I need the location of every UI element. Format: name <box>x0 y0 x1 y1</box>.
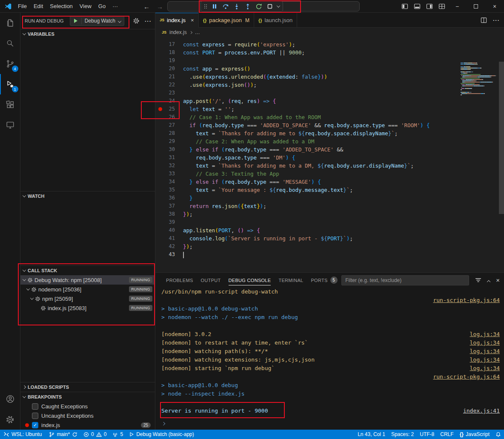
code-editor[interactable]: 17const express = require('express');18c… <box>155 37 504 272</box>
status-eol[interactable]: CRLF <box>437 430 456 439</box>
panel-actions: × <box>475 277 500 284</box>
more-actions-icon[interactable]: ··· <box>145 18 152 24</box>
status-notifications[interactable] <box>493 430 504 439</box>
maximize-button[interactable] <box>467 0 485 13</box>
console-source-link[interactable]: index.js:41 <box>463 407 500 415</box>
breakpoint-checkbox[interactable]: ✓ <box>32 422 38 428</box>
console-source-link[interactable]: run-script-pkg.js:64 <box>433 296 500 305</box>
customize-layout-icon[interactable] <box>435 0 448 13</box>
close-panel-icon[interactable]: × <box>496 277 500 284</box>
back-arrow-icon[interactable]: ← <box>143 3 150 10</box>
breakpoint-checkbox[interactable] <box>32 413 38 419</box>
breakpoint-glyph[interactable] <box>155 105 165 113</box>
step-out-button[interactable] <box>242 2 253 11</box>
editor-scrollbar-thumb[interactable] <box>499 62 504 214</box>
status-language[interactable]: {} JavaScript <box>457 430 493 439</box>
breakpoint-row[interactable]: ✓index.js25 <box>20 420 155 430</box>
restart-button[interactable] <box>253 2 264 11</box>
activity-explorer[interactable] <box>0 13 20 33</box>
tab-package-json[interactable]: {}package.jsonM <box>199 13 254 28</box>
launch-config-dropdown[interactable]: Debug Watch <box>70 16 124 26</box>
activity-settings[interactable] <box>0 409 20 430</box>
panel-tab-debug-console[interactable]: DEBUG CONSOLE <box>225 273 275 288</box>
console-source-link[interactable]: log.js:34 <box>470 356 500 364</box>
call-stack-section-header[interactable]: CALL STACK <box>20 266 155 275</box>
debug-settings-gear-icon[interactable] <box>133 17 140 24</box>
callstack-row[interactable]: Debug Watch: npm [25008]RUNNING <box>20 275 155 285</box>
debug-console[interactable]: /usr/bin/npm run-script debug-watchrun-s… <box>155 288 504 430</box>
titlebar-right: − × <box>398 0 504 13</box>
console-source-link[interactable]: run-script-pkg.js:64 <box>433 373 500 381</box>
status-ports[interactable]: 5 <box>109 430 126 439</box>
breadcrumb[interactable]: JS index.js … <box>155 28 504 37</box>
drag-handle-icon[interactable] <box>202 2 209 11</box>
menu-edit[interactable]: Edit <box>30 2 46 11</box>
split-editor-icon[interactable] <box>481 17 487 23</box>
panel-tab-ports[interactable]: PORTS5 <box>307 273 341 288</box>
console-filter-input[interactable] <box>341 275 469 285</box>
stop-button[interactable] <box>264 2 275 11</box>
forward-arrow-icon[interactable]: → <box>157 3 163 10</box>
breakpoint-checkbox[interactable] <box>32 403 38 410</box>
callstack-row[interactable]: nodemon [25036]RUNNING <box>20 285 155 294</box>
console-prompt-icon[interactable] <box>162 420 165 426</box>
menu-view[interactable]: View <box>76 2 95 11</box>
breakpoint-dot[interactable] <box>158 107 162 111</box>
menu-file[interactable]: File <box>14 2 30 11</box>
menu-more[interactable]: ··· <box>109 2 121 11</box>
activity-accounts[interactable] <box>0 389 20 409</box>
callstack-row[interactable]: index.js [25083]RUNNING <box>20 303 155 313</box>
toggle-panel-icon[interactable] <box>411 0 423 13</box>
minimize-button[interactable]: − <box>448 0 467 13</box>
close-button[interactable]: × <box>485 0 504 13</box>
status-branch[interactable]: main* <box>46 430 80 439</box>
status-debug-session[interactable]: Debug Watch (basic-app) <box>126 430 197 439</box>
breakpoints-section-header[interactable]: BREAKPOINTS <box>20 392 155 402</box>
console-source-link[interactable]: log.js:34 <box>470 364 500 373</box>
breadcrumb-file[interactable]: index.js <box>169 29 187 35</box>
status-remote[interactable]: WSL: Ubuntu <box>0 430 46 439</box>
activity-run-and-debug[interactable]: 1 <box>0 74 20 94</box>
panel-tab-output[interactable]: OUTPUT <box>197 273 225 288</box>
maximize-panel-chevron-icon[interactable] <box>487 277 490 283</box>
filter-icon[interactable] <box>475 277 481 283</box>
activity-search[interactable] <box>0 33 20 54</box>
loaded-scripts-section-header[interactable]: LOADED SCRIPTS <box>20 382 155 392</box>
console-source-link[interactable]: log.js:34 <box>470 347 500 356</box>
more-actions-icon[interactable]: ··· <box>493 17 500 23</box>
panel-tab-terminal[interactable]: TERMINAL <box>275 273 307 288</box>
breakpoint-row[interactable]: Uncaught Exceptions <box>20 411 155 420</box>
step-into-button[interactable] <box>231 2 242 11</box>
pause-button[interactable] <box>209 2 220 11</box>
minimap-line <box>461 68 498 68</box>
step-over-button[interactable] <box>220 2 231 11</box>
status-encoding[interactable]: UTF-8 <box>417 430 437 439</box>
close-icon[interactable]: × <box>191 17 194 23</box>
variables-section-header[interactable]: VARIABLES <box>20 29 155 39</box>
console-source-link[interactable]: log.js:34 <box>470 330 500 339</box>
tab-launch-json[interactable]: {}launch.json <box>254 13 297 28</box>
start-debug-button[interactable] <box>70 19 81 23</box>
callstack-row[interactable]: npm [25059]RUNNING <box>20 294 155 303</box>
chevron-down-icon[interactable] <box>23 277 26 281</box>
chevron-down-icon[interactable] <box>26 287 30 290</box>
toggle-secondary-sidebar-icon[interactable] <box>423 0 435 13</box>
menu-selection[interactable]: Selection <box>46 2 76 11</box>
watch-section-header[interactable]: WATCH <box>20 191 155 201</box>
activity-extensions[interactable] <box>0 94 20 115</box>
status-problems[interactable]: 0 0 <box>80 430 109 439</box>
activity-source-control[interactable]: 4 <box>0 54 20 74</box>
tab-index-js[interactable]: JSindex.js× <box>155 13 199 28</box>
activity-remote-explorer[interactable] <box>0 115 20 135</box>
chevron-down-icon[interactable] <box>30 296 34 299</box>
stop-dropdown-chevron-icon[interactable] <box>275 2 281 11</box>
console-source-link[interactable]: log.js:34 <box>470 339 500 347</box>
status-indentation[interactable]: Spaces: 2 <box>388 430 417 439</box>
panel-tab-problems[interactable]: PROBLEMS <box>162 273 197 288</box>
status-cursor-position[interactable]: Ln 43, Col 1 <box>355 430 388 439</box>
toggle-sidebar-icon[interactable] <box>398 0 411 13</box>
minimap[interactable] <box>461 63 498 97</box>
breadcrumb-symbol[interactable]: … <box>195 29 200 35</box>
breakpoint-row[interactable]: Caught Exceptions <box>20 402 155 411</box>
menu-go[interactable]: Go <box>95 2 109 11</box>
